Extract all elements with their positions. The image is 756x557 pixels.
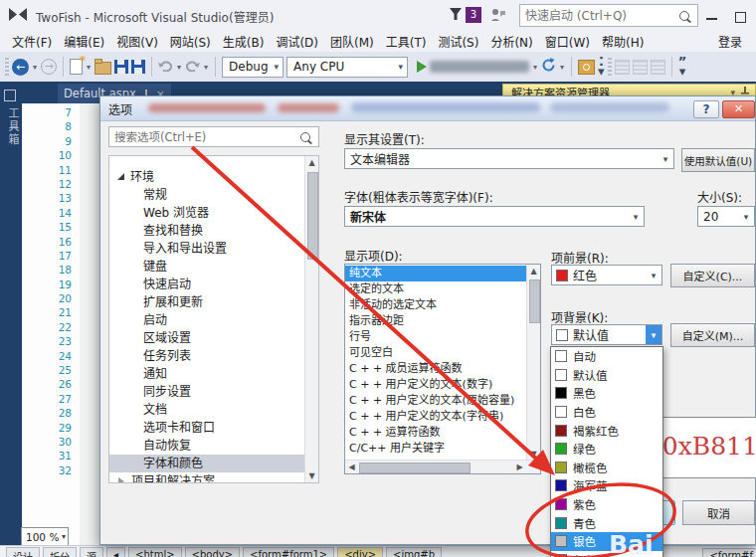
- editor-zoom-control[interactable]: 100 % ▾: [21, 527, 69, 546]
- breadcrumb-tag[interactable]: <div>: [337, 547, 383, 557]
- maximize-button[interactable]: [735, 9, 746, 23]
- find-in-files-button[interactable]: [578, 60, 595, 75]
- menu-item[interactable]: 工具(T): [380, 31, 433, 52]
- start-debug-button[interactable]: [417, 61, 427, 73]
- item-background-combo[interactable]: 默认值▾: [551, 324, 662, 345]
- sign-in-link[interactable]: 登录: [718, 33, 742, 50]
- tree-item[interactable]: 选项卡和窗口: [109, 419, 306, 437]
- scroll-left-icon[interactable]: ◀: [345, 461, 358, 473]
- quick-launch-box[interactable]: [519, 4, 698, 27]
- breadcrumb-scroll-left[interactable]: ◂: [106, 547, 125, 557]
- display-item[interactable]: 指示器边距: [345, 313, 527, 329]
- toolbox-label[interactable]: 工具箱: [4, 107, 20, 146]
- collapsed-caret-icon[interactable]: [118, 477, 124, 483]
- display-item[interactable]: C + + 用户定义的文本(原始容量): [345, 393, 527, 409]
- breadcrumb-tag[interactable]: <html>: [128, 547, 182, 557]
- breadcrumb-tag[interactable]: <body>: [185, 547, 241, 557]
- tree-item[interactable]: 启动: [109, 311, 306, 329]
- quick-launch-input[interactable]: [520, 9, 679, 23]
- feedback-icon[interactable]: [490, 8, 505, 25]
- tree-item[interactable]: 任务列表: [109, 347, 306, 365]
- font-combo[interactable]: 新宋体▾: [344, 206, 645, 227]
- customize-background-button[interactable]: 自定义(M)...: [670, 323, 755, 347]
- color-option[interactable]: 默认值: [551, 366, 662, 385]
- dialog-help-button[interactable]: ?: [693, 100, 719, 118]
- code-editor[interactable]: 7891011121314151617181920212223242526272…: [22, 103, 99, 545]
- tree-item[interactable]: 扩展和更新: [109, 293, 306, 311]
- tree-item[interactable]: 键盘: [109, 258, 306, 276]
- use-defaults-button[interactable]: 使用默认值(U): [681, 148, 755, 172]
- display-item[interactable]: 纯文本: [345, 266, 527, 281]
- scroll-down-icon[interactable]: ▼: [305, 469, 318, 482]
- display-item[interactable]: 可见空白: [345, 345, 527, 361]
- dialog-titlebar[interactable]: 选项 ? ✕: [100, 96, 755, 121]
- scroll-up-icon[interactable]: ▲: [527, 265, 540, 278]
- breadcrumb-tag[interactable]: <img#b: [386, 547, 442, 557]
- display-item[interactable]: C/C++ 用户关键字: [345, 441, 527, 457]
- view-tab[interactable]: 设计: [6, 547, 40, 557]
- scrollbar-thumb[interactable]: [529, 279, 540, 323]
- menu-item[interactable]: 团队(M): [324, 31, 380, 52]
- tree-item[interactable]: 字体和颜色: [109, 455, 306, 472]
- item-foreground-combo[interactable]: 红色▾: [551, 265, 662, 285]
- tree-item[interactable]: Web 浏览器: [109, 204, 306, 222]
- toolbar-overflow-button[interactable]: ⁚▾: [598, 57, 605, 77]
- menu-item[interactable]: 编辑(E): [58, 31, 110, 52]
- refresh-button[interactable]: [541, 58, 556, 76]
- display-item[interactable]: 行号: [345, 329, 527, 345]
- options-search-input[interactable]: [109, 130, 300, 144]
- notification-count-badge[interactable]: 3: [466, 7, 481, 23]
- tree-item[interactable]: 常规: [109, 186, 306, 204]
- color-option[interactable]: 绿色: [551, 440, 662, 459]
- navigate-back-dropdown[interactable]: ▾: [32, 63, 38, 72]
- toolbar-overflow-button[interactable]: ”▾: [678, 57, 687, 77]
- color-option[interactable]: 银色: [551, 532, 662, 551]
- view-tab[interactable]: 拆分: [43, 547, 77, 557]
- scrollbar-thumb[interactable]: [359, 463, 471, 473]
- scrollbar-thumb[interactable]: [307, 172, 318, 260]
- menu-item[interactable]: 调试(D): [270, 31, 324, 52]
- notifications-flag-icon[interactable]: [449, 8, 463, 24]
- display-item[interactable]: C + + 用户定义的文本(数字): [345, 377, 527, 393]
- tree-item[interactable]: 同步设置: [109, 383, 306, 401]
- color-option[interactable]: 白色: [551, 403, 662, 422]
- browser-target-blurred[interactable]: [430, 61, 529, 73]
- color-option[interactable]: 黑色: [551, 384, 662, 403]
- color-option[interactable]: 海军蓝: [551, 476, 662, 495]
- menu-item[interactable]: 帮助(H): [596, 31, 650, 52]
- solution-configuration-combo[interactable]: Debug▾: [222, 57, 284, 78]
- display-item[interactable]: 非活动的选定文本: [345, 297, 527, 313]
- new-file-dropdown[interactable]: ▾: [86, 63, 92, 72]
- toolbox-strip[interactable]: 工具箱: [0, 82, 20, 545]
- save-button[interactable]: [114, 60, 128, 74]
- menu-item[interactable]: 文件(F): [6, 31, 58, 52]
- tree-item[interactable]: 区域设置: [109, 329, 306, 347]
- tree-item[interactable]: 快速启动: [109, 276, 306, 293]
- navigate-forward-button[interactable]: →: [41, 59, 57, 75]
- navigate-back-button[interactable]: ←: [12, 59, 29, 76]
- expanded-caret-icon[interactable]: [117, 173, 124, 180]
- list-vertical-scrollbar[interactable]: ▲ ▼: [526, 265, 540, 461]
- display-item[interactable]: C + + 成员运算符函数: [345, 361, 527, 377]
- color-option[interactable]: 灰色: [551, 551, 662, 557]
- size-combo[interactable]: 20▾: [697, 206, 755, 227]
- browser-target-dropdown[interactable]: ▾: [532, 63, 538, 72]
- customize-foreground-button[interactable]: 自定义(C)...: [670, 264, 755, 287]
- tree-item[interactable]: 查找和替换: [109, 222, 306, 240]
- tree-root-projects[interactable]: 项目和解决方案: [109, 472, 318, 483]
- redo-button[interactable]: [185, 59, 200, 75]
- solution-platform-combo[interactable]: Any CPU▾: [286, 57, 408, 78]
- tree-scrollbar[interactable]: ▲ ▼: [304, 156, 318, 482]
- options-search-box[interactable]: [108, 126, 319, 147]
- tree-root-environment[interactable]: 环境: [109, 168, 318, 186]
- menu-item[interactable]: 视图(V): [110, 31, 164, 52]
- display-item[interactable]: C + + 运算符函数: [345, 425, 527, 441]
- cancel-button[interactable]: 取消: [682, 500, 755, 525]
- tree-item[interactable]: 通知: [109, 365, 306, 383]
- breadcrumb-tag-right[interactable]: <form#f: [702, 548, 756, 557]
- undo-dropdown[interactable]: ▾: [176, 63, 182, 72]
- menu-item[interactable]: 网站(S): [164, 31, 217, 52]
- open-file-button[interactable]: [94, 62, 111, 75]
- toolbar-grip[interactable]: [5, 58, 9, 76]
- menu-item[interactable]: 测试(S): [432, 31, 484, 52]
